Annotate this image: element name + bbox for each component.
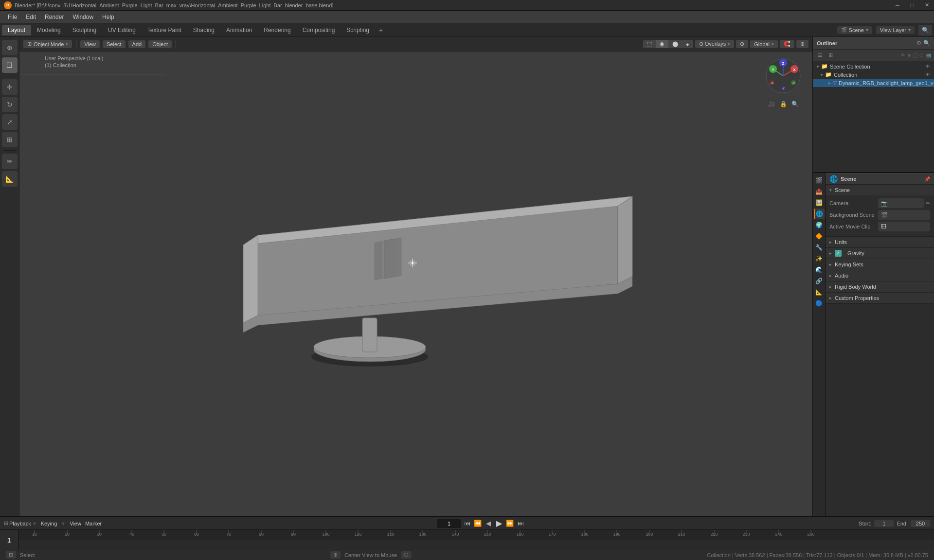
menu-window[interactable]: Window — [69, 13, 97, 21]
units-section-header[interactable]: ▸ Units — [826, 237, 934, 247]
title-bar-controls[interactable]: ─ □ ✕ — [890, 0, 934, 11]
move-tool[interactable]: ✛ — [2, 79, 18, 95]
mode-selector[interactable]: ⊞ Object Mode ▾ — [23, 40, 72, 48]
svg-text:210: 210 — [678, 532, 685, 537]
select-tool[interactable]: ☐ — [2, 57, 18, 73]
annotate-tool[interactable]: ✏ — [2, 154, 18, 169]
view-menu[interactable]: View — [80, 40, 100, 48]
props-icon-scene[interactable]: 🌐 — [814, 209, 825, 219]
rotate-tool[interactable]: ↻ — [2, 97, 18, 112]
props-icon-particles[interactable]: ✨ — [814, 253, 825, 264]
tab-scripting[interactable]: Scripting — [341, 25, 375, 35]
tab-sculpting[interactable]: Sculpting — [67, 25, 102, 35]
material-shading[interactable]: ⬤ — [668, 40, 682, 48]
viewport[interactable]: ⊞ Object Mode ▾ View Select Add Object ⬚… — [19, 37, 812, 516]
marker-menu[interactable]: Marker — [85, 521, 102, 526]
gravity-section-header[interactable]: ▸ ✓ Gravity — [826, 248, 934, 259]
prev-keyframe-btn[interactable]: ⏪ — [473, 519, 483, 528]
maximize-button[interactable]: □ — [905, 0, 919, 11]
props-icon-data[interactable]: 📐 — [814, 287, 825, 298]
start-frame-field[interactable]: 1 — [874, 520, 894, 527]
tab-rendering[interactable]: Rendering — [258, 25, 296, 35]
tab-layout[interactable]: Layout — [2, 25, 31, 35]
wireframe-shading[interactable]: ⬚ — [643, 40, 656, 48]
play-btn[interactable]: ▶ — [494, 519, 504, 528]
outliner-collection[interactable]: ▾ 📁 Collection 👁 — [813, 70, 934, 79]
tab-compositing[interactable]: Compositing — [297, 25, 341, 35]
tab-texture-paint[interactable]: Texture Paint — [142, 25, 187, 35]
tab-animation[interactable]: Animation — [220, 25, 258, 35]
props-icon-view-layer[interactable]: 🖼️ — [814, 197, 825, 208]
camera-edit-icon[interactable]: ✏ — [926, 200, 930, 207]
next-keyframe-btn[interactable]: ⏩ — [505, 519, 515, 528]
props-icon-object[interactable]: 🔶 — [814, 231, 825, 242]
minimize-button[interactable]: ─ — [890, 0, 905, 11]
scene-selector[interactable]: 🎬 Scene ▾ — [837, 26, 872, 34]
svg-text:-Z: -Z — [782, 87, 785, 90]
close-button[interactable]: ✕ — [919, 0, 934, 11]
menu-file[interactable]: File — [4, 13, 21, 21]
navigation-gizmo[interactable]: X Y Z -X -Y -Z 🎥 🔒 🔍 — [764, 56, 803, 95]
outliner-object[interactable]: ▸ ▽ Dynamic_RGB_backlight_lamp_geo1_v1 👁 — [813, 79, 934, 87]
view-layer-selector[interactable]: View Layer ▾ — [876, 26, 915, 34]
gravity-checkbox[interactable]: ✓ — [835, 250, 842, 257]
header-sep-2 — [176, 40, 176, 49]
props-pin-icon[interactable]: 📌 — [924, 176, 930, 182]
scene-section-header[interactable]: ▾ Scene — [826, 185, 934, 195]
lock-camera-btn[interactable]: 🔒 — [778, 99, 789, 109]
timeline-view-menu[interactable]: View — [70, 521, 81, 526]
select-menu[interactable]: Select — [103, 40, 126, 48]
overlay-toggle[interactable]: ⊙ Overlays ▾ — [695, 40, 734, 48]
svg-rect-53 — [0, 540, 934, 550]
cursor-tool[interactable]: ⊕ — [2, 40, 18, 55]
props-icon-output[interactable]: 📤 — [814, 186, 825, 197]
props-icon-constraints[interactable]: 🔗 — [814, 276, 825, 286]
tab-modeling[interactable]: Modeling — [31, 25, 67, 35]
proportional-edit[interactable]: ⊚ — [796, 40, 808, 48]
outliner-header: Outliner ⚙ 🔍 — [813, 37, 934, 50]
measure-tool[interactable]: 📐 — [2, 171, 18, 187]
object-menu[interactable]: Object — [148, 40, 172, 48]
props-icon-material[interactable]: 🔵 — [814, 298, 825, 309]
outliner-scene-collection[interactable]: ▾ 📁 Scene Collection 👁 — [813, 62, 934, 70]
info-button[interactable]: 🔍 — [918, 25, 932, 35]
menu-help[interactable]: Help — [98, 13, 118, 21]
jump-to-end-btn[interactable]: ⏭ — [516, 519, 525, 528]
scale-tool[interactable]: ⤢ — [2, 114, 18, 130]
zoom-btn[interactable]: 🔍 — [790, 99, 800, 109]
tab-shading[interactable]: Shading — [187, 25, 220, 35]
custom-properties-section-header[interactable]: ▸ Custom Properties — [826, 293, 934, 303]
snap-toggle[interactable]: 🧲 — [780, 40, 794, 48]
active-movie-clip-field[interactable]: 🎞 — [878, 222, 930, 231]
camera-field[interactable]: 📷 — [878, 198, 924, 208]
outliner-tool-1[interactable]: ☰ — [816, 51, 825, 59]
add-workspace-button[interactable]: + — [375, 25, 387, 35]
rendered-shading[interactable]: ● — [682, 40, 693, 48]
outliner-filter-icon[interactable]: ⚙ — [916, 40, 921, 46]
play-reverse-btn[interactable]: ◀ — [484, 519, 493, 528]
add-menu[interactable]: Add — [128, 40, 146, 48]
transform-tool[interactable]: ⊞ — [2, 132, 18, 147]
keying-menu[interactable]: Keying — [41, 521, 57, 526]
jump-to-start-btn[interactable]: ⏮ — [462, 519, 472, 528]
gizmo-toggle[interactable]: ⊕ — [736, 40, 748, 48]
menu-edit[interactable]: Edit — [22, 13, 40, 21]
props-icon-modifiers[interactable]: 🔧 — [814, 242, 825, 253]
menu-render[interactable]: Render — [41, 13, 68, 21]
ruler-area[interactable]: 1 10 20 30 40 50 60 70 80 90 — [0, 530, 934, 550]
transform-orientation[interactable]: Global ▾ — [750, 40, 778, 48]
tab-uv-editing[interactable]: UV Editing — [102, 25, 142, 35]
rigid-body-world-section-header[interactable]: ▸ Rigid Body World — [826, 281, 934, 292]
audio-section-header[interactable]: ▸ Audio — [826, 270, 934, 281]
playback-menu[interactable]: Playback — [9, 521, 31, 526]
outliner-tool-2[interactable]: ⊞ — [826, 51, 835, 59]
props-icon-physics[interactable]: 🌊 — [814, 264, 825, 275]
keying-sets-section-header[interactable]: ▸ Keying Sets — [826, 259, 934, 270]
camera-view-btn[interactable]: 🎥 — [766, 99, 777, 109]
outliner-search-icon[interactable]: 🔍 — [923, 40, 930, 46]
props-icon-world[interactable]: 🌍 — [814, 220, 825, 230]
solid-shading[interactable]: ◉ — [656, 40, 668, 48]
background-scene-field[interactable]: 🎬 — [878, 210, 930, 220]
end-frame-field[interactable]: 250 — [911, 520, 930, 527]
props-icon-render[interactable]: 🎬 — [814, 175, 825, 186]
